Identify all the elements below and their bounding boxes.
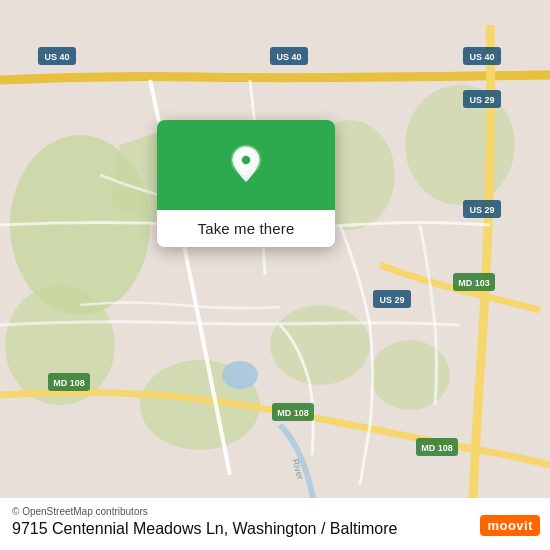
svg-text:US 29: US 29 [469, 95, 494, 105]
bottom-bar: © OpenStreetMap contributors 9715 Centen… [0, 498, 550, 550]
popup-header [157, 120, 335, 210]
svg-text:MD 103: MD 103 [458, 278, 490, 288]
take-me-there-button[interactable]: Take me there [157, 210, 335, 247]
svg-text:MD 108: MD 108 [421, 443, 453, 453]
moovit-label: moovit [487, 518, 533, 533]
svg-text:US 29: US 29 [379, 295, 404, 305]
svg-point-4 [270, 305, 370, 385]
map-background: US 40 US 40 US 40 US 29 US 29 US 29 MD 1… [0, 0, 550, 550]
map-attribution: © OpenStreetMap contributors [12, 506, 538, 517]
map-container: US 40 US 40 US 40 US 29 US 29 US 29 MD 1… [0, 0, 550, 550]
svg-text:US 40: US 40 [44, 52, 69, 62]
popup-card: Take me there [157, 120, 335, 247]
address-display: 9715 Centennial Meadows Ln, Washington /… [12, 519, 538, 540]
svg-text:MD 108: MD 108 [53, 378, 85, 388]
moovit-logo: moovit [480, 515, 540, 536]
svg-text:US 40: US 40 [469, 52, 494, 62]
attribution-text: © OpenStreetMap contributors [12, 506, 148, 517]
svg-point-5 [370, 340, 450, 410]
svg-text:US 29: US 29 [469, 205, 494, 215]
svg-text:MD 108: MD 108 [277, 408, 309, 418]
svg-text:US 40: US 40 [276, 52, 301, 62]
svg-point-34 [242, 156, 250, 164]
svg-point-9 [222, 361, 258, 389]
location-pin-icon [224, 143, 268, 187]
